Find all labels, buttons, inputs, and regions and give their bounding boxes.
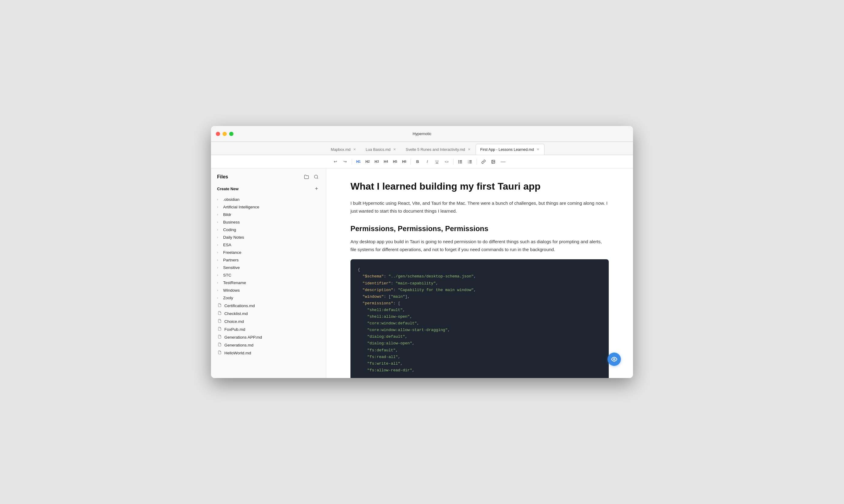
chevron-icon: › [217, 228, 221, 231]
sidebar-item-esa[interactable]: › ESA [211, 241, 326, 249]
code-block: { "$schema": "../gen/schemas/desktop-sch… [350, 259, 609, 378]
scroll-fab[interactable] [607, 353, 621, 366]
file-icon [217, 350, 222, 355]
bullet-list-button[interactable] [456, 158, 464, 166]
sidebar-item-generations-app[interactable]: Generations APP.md [211, 333, 326, 341]
sidebar-item-bildr[interactable]: › Bildr [211, 211, 326, 218]
h6-button[interactable]: H6 [400, 158, 408, 166]
sidebar-icons [303, 173, 320, 181]
chevron-icon: › [217, 205, 221, 209]
redo-button[interactable]: ↪ [341, 158, 349, 166]
chevron-icon: › [217, 198, 221, 201]
ordered-list-button[interactable]: 1.2.3. [466, 158, 474, 166]
file-name: Checklist.md [224, 311, 248, 316]
tab-close-first-app[interactable]: ✕ [536, 147, 540, 152]
title-bar: Hypernotic [211, 126, 633, 142]
link-button[interactable] [479, 158, 488, 166]
sidebar-title: Files [217, 174, 228, 180]
file-name: Choice.md [224, 319, 244, 324]
h5-button[interactable]: H5 [391, 158, 399, 166]
editor-container: What I learned building my first Tauri a… [326, 168, 633, 378]
editor[interactable]: What I learned building my first Tauri a… [326, 168, 633, 378]
sidebar-item-daily-notes[interactable]: › Daily Notes [211, 234, 326, 241]
toolbar: ↩ ↪ H1 H2 H3 H4 H5 H6 B I U <> 1.2.3. — [211, 155, 633, 168]
tab-mapbox[interactable]: Mapbox.md ✕ [326, 144, 361, 155]
folder-name: Windows [223, 288, 240, 293]
search-button[interactable] [313, 173, 320, 181]
h1-button[interactable]: H1 [355, 158, 362, 166]
sidebar-item-checklist[interactable]: Checklist.md [211, 309, 326, 318]
undo-button[interactable]: ↩ [331, 158, 340, 166]
chevron-icon: › [217, 258, 221, 262]
italic-button[interactable]: I [423, 158, 431, 166]
minimize-button[interactable] [223, 132, 227, 136]
create-new-button[interactable]: + [313, 185, 320, 192]
new-folder-button[interactable] [303, 173, 310, 181]
folder-name: Bildr [223, 212, 231, 217]
tab-svelte[interactable]: Svelte 5 Runes and Interactivity.md ✕ [401, 144, 476, 155]
sidebar-item-windows[interactable]: › Windows [211, 287, 326, 294]
toolbar-divider-4 [477, 159, 477, 165]
tab-first-app[interactable]: First App - Lessons Learned.md ✕ [476, 144, 545, 155]
sidebar-item-partners[interactable]: › Partners [211, 256, 326, 264]
editor-section1-heading: Permissions, Permissions, Permissions [350, 224, 609, 233]
tab-close-mapbox[interactable]: ✕ [352, 147, 357, 152]
folder-name: Sensitive [223, 265, 240, 270]
window-title: Hypernotic [413, 131, 431, 136]
hr-button[interactable]: — [499, 158, 507, 166]
code-button[interactable]: <> [442, 158, 451, 166]
folder-name: .obsidian [223, 197, 240, 202]
h2-button[interactable]: H2 [363, 158, 372, 166]
tab-close-svelte[interactable]: ✕ [467, 147, 471, 152]
svg-rect-7 [469, 160, 472, 161]
chevron-icon: › [217, 236, 221, 239]
chevron-icon: › [217, 273, 221, 277]
svg-text:3.: 3. [468, 162, 469, 164]
tab-bar: Mapbox.md ✕ Lua Basics.md ✕ Svelte 5 Run… [211, 142, 633, 155]
sidebar-item-sensitive[interactable]: › Sensitive [211, 264, 326, 271]
sidebar-item-coding[interactable]: › Coding [211, 226, 326, 234]
underline-button[interactable]: U [433, 158, 441, 166]
chevron-icon: › [217, 266, 221, 269]
sidebar-item-generations[interactable]: Generations.md [211, 341, 326, 349]
tab-close-lua[interactable]: ✕ [392, 147, 397, 152]
close-button[interactable] [216, 132, 220, 136]
toolbar-divider-2 [411, 159, 411, 165]
chevron-icon: › [217, 281, 221, 284]
sidebar-item-stc[interactable]: › STC [211, 271, 326, 279]
create-new-section: Create New + [211, 183, 326, 195]
svg-point-4 [459, 162, 459, 163]
sidebar-item-zooly[interactable]: › Zooly [211, 294, 326, 302]
sidebar-item-choice[interactable]: Choice.md [211, 318, 326, 325]
sidebar-item-certifications[interactable]: Certifications.md [211, 302, 326, 309]
sidebar-item-obsidian[interactable]: › .obsidian [211, 196, 326, 203]
toolbar-divider-3 [453, 159, 453, 165]
sidebar-item-ai[interactable]: › Artificial Intelligence [211, 203, 326, 211]
main-content: Files Create New + › .obsidian [211, 168, 633, 378]
h4-button[interactable]: H4 [382, 158, 390, 166]
h3-button[interactable]: H3 [373, 158, 380, 166]
sidebar-item-helloworld[interactable]: HelloWorld.md [211, 349, 326, 357]
editor-section1-text: Any desktop app you build in Tauri is go… [350, 238, 609, 253]
file-icon [217, 343, 222, 347]
image-button[interactable] [489, 158, 498, 166]
file-name: Certifications.md [224, 304, 255, 308]
folder-name: Artificial Intelligence [223, 205, 259, 209]
folder-name: Coding [223, 228, 236, 232]
sidebar-item-foxpub[interactable]: FoxPub.md [211, 325, 326, 333]
sidebar-item-business[interactable]: › Business [211, 218, 326, 226]
sidebar-item-testrename[interactable]: › TestRename [211, 279, 326, 287]
sidebar-item-freelance[interactable]: › Freelance [211, 249, 326, 256]
file-icon [217, 335, 222, 340]
chevron-icon: › [217, 289, 221, 292]
tab-lua[interactable]: Lua Basics.md ✕ [361, 144, 401, 155]
svg-rect-3 [460, 161, 462, 162]
chevron-icon: › [217, 296, 221, 300]
folder-name: Daily Notes [223, 235, 244, 239]
file-icon [217, 303, 222, 308]
file-name: HelloWorld.md [224, 351, 251, 355]
bold-button[interactable]: B [413, 158, 422, 166]
maximize-button[interactable] [229, 132, 234, 136]
create-new-label: Create New [217, 186, 239, 191]
chevron-icon: › [217, 251, 221, 254]
